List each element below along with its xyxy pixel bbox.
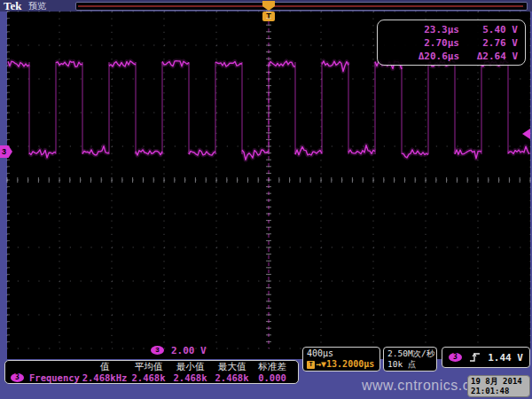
rising-edge-icon <box>469 352 481 363</box>
sample-rate: 2.50M次/秒 <box>387 348 433 359</box>
header-max: 最大值 <box>211 361 253 373</box>
cursor-a-volts: 5.40 V <box>459 23 518 36</box>
measurement-min: 2.468k <box>169 372 211 383</box>
measurement-header-row: 值 平均值 最小值 最大值 标准差 <box>5 362 298 372</box>
cursor-readout-box[interactable]: 23.3µs 5.40 V 2.70µs 2.76 V Δ20.6µs Δ2.6… <box>377 20 526 66</box>
cursor-row-a: 23.3µs 5.40 V <box>378 23 525 36</box>
measurement-name: Frequency <box>29 372 80 383</box>
cursor-row-delta: Δ20.6µs Δ2.64 V <box>378 50 525 63</box>
timebase-readout-box[interactable]: 400µs T →▼ 13.2000µs <box>302 347 380 372</box>
trigger-position-marker[interactable]: T <box>262 12 275 21</box>
measurement-max: 2.468k <box>211 372 253 383</box>
trigger-readout-box[interactable]: 3 1.44 V <box>442 347 530 368</box>
cursor-delta-time: Δ20.6µs <box>383 50 459 63</box>
cursor-row-b: 2.70µs 2.76 V <box>378 36 525 50</box>
cursor-b-time: 2.70µs <box>383 36 459 50</box>
time-label: 21:01:48 <box>471 387 527 396</box>
measurement-table[interactable]: 值 平均值 最小值 最大值 标准差 3 Frequency 2.468kHz 2… <box>4 360 299 384</box>
measurement-channel-badge: 3 <box>11 373 24 382</box>
channel-3-volts-per-div: 2.00 V <box>171 345 207 356</box>
record-position-bar[interactable] <box>75 2 528 11</box>
delay-arrows-icon: →▼ <box>316 359 326 370</box>
record-position-line <box>78 5 523 7</box>
measurement-mean: 2.468k <box>128 372 169 383</box>
measurement-row-frequency: 3 Frequency 2.468kHz 2.468k 2.468k 2.468… <box>5 372 298 383</box>
cursor-a-time: 23.3µs <box>383 23 459 36</box>
header-value: 值 <box>82 361 128 373</box>
measurement-value: 2.468kHz <box>82 372 128 383</box>
trigger-source-badge: 3 <box>449 353 462 362</box>
channel-3-scale-readout[interactable]: 3 2.00 V <box>151 344 207 356</box>
acquisition-mode-label: 预览 <box>28 0 46 12</box>
oscilloscope-screen: Tek 预览 T 23.3µs 5.40 V 2.70µs 2.76 V Δ20… <box>0 0 532 399</box>
record-length: 10k 点 <box>387 359 433 370</box>
measurement-std: 0.000 <box>253 372 292 383</box>
sample-rate-box[interactable]: 2.50M次/秒 10k 点 <box>383 347 437 372</box>
header-mean: 平均值 <box>128 361 169 373</box>
horizontal-delay-readout: T →▼ 13.2000µs <box>307 359 376 370</box>
header-min: 最小值 <box>169 361 211 373</box>
trigger-t-icon: T <box>307 361 315 369</box>
cursor-b-volts: 2.76 V <box>459 36 518 50</box>
header-std: 标准差 <box>253 361 292 373</box>
cursor-delta-volts: Δ2.64 V <box>459 50 518 63</box>
datetime-box: 19 8月 2014 21:01:48 <box>467 375 530 397</box>
tek-logo: Tek <box>4 0 21 13</box>
channel-3-badge: 3 <box>151 346 164 355</box>
delay-value: 13.2000µs <box>326 359 374 370</box>
trigger-level-readout: 1.44 V <box>488 352 523 364</box>
date-label: 19 8月 2014 <box>471 377 527 387</box>
timebase-scale: 400µs <box>307 348 376 359</box>
